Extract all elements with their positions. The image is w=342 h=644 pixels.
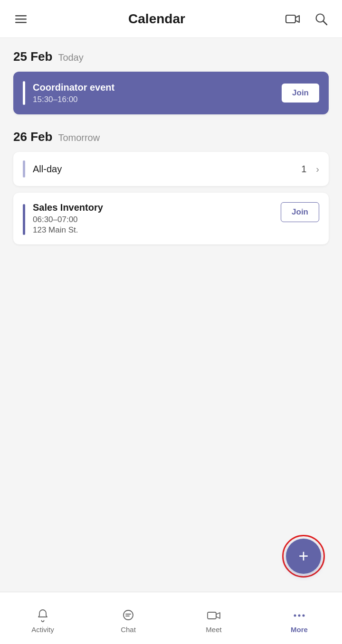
event-card-sales[interactable]: Sales Inventory 06:30–07:00 123 Main St.… — [13, 193, 329, 244]
nav-item-more[interactable]: More — [256, 603, 342, 634]
calendar-content: 25 Feb Today Coordinator event 15:30–16:… — [0, 38, 342, 592]
date-header-today: 25 Feb Today — [13, 49, 329, 64]
allday-count: 1 — [301, 164, 306, 175]
svg-rect-0 — [15, 15, 27, 17]
nav-label-chat: Chat — [121, 625, 136, 634]
header: Calendar — [0, 0, 342, 38]
svg-rect-1 — [15, 19, 27, 20]
event-card-allday[interactable]: All-day 1 › — [13, 152, 329, 186]
nav-label-more: More — [291, 625, 308, 634]
chat-icon — [121, 608, 135, 623]
plus-icon: + — [298, 548, 308, 565]
event-bar-allday — [23, 160, 25, 177]
event-time-sales: 06:30–07:00 — [33, 215, 273, 224]
svg-point-12 — [303, 615, 305, 617]
date-header-tomorrow: 26 Feb Tomorrow — [13, 130, 329, 144]
svg-rect-2 — [15, 22, 27, 23]
page-title: Calendar — [128, 11, 185, 27]
add-event-button[interactable]: + — [286, 539, 321, 574]
date-label-1: Today — [58, 52, 83, 63]
more-icon — [292, 608, 306, 623]
video-call-button[interactable] — [283, 9, 302, 28]
fab-ring: + — [282, 535, 325, 578]
event-bar-sales — [23, 204, 25, 235]
date-day-2: 26 Feb — [13, 130, 52, 144]
chevron-right-icon: › — [316, 164, 319, 175]
fab-container: + — [282, 535, 325, 578]
nav-item-activity[interactable]: Activity — [0, 603, 86, 634]
svg-line-5 — [323, 21, 327, 25]
nav-item-chat[interactable]: Chat — [86, 603, 171, 634]
hamburger-button[interactable] — [11, 9, 30, 28]
header-actions — [283, 9, 331, 28]
svg-point-6 — [124, 610, 133, 620]
event-time-coordinator: 15:30–16:00 — [33, 95, 274, 104]
allday-label: All-day — [33, 164, 294, 175]
event-location-sales: 123 Main St. — [33, 225, 273, 235]
search-button[interactable] — [312, 9, 331, 28]
join-button-coordinator[interactable]: Join — [282, 84, 319, 103]
event-info-sales: Sales Inventory 06:30–07:00 123 Main St. — [33, 202, 273, 235]
nav-label-meet: Meet — [206, 625, 221, 634]
svg-point-11 — [298, 615, 301, 617]
event-title-sales: Sales Inventory — [33, 202, 273, 213]
meet-icon — [207, 608, 221, 623]
event-card-coordinator[interactable]: Coordinator event 15:30–16:00 Join — [13, 72, 329, 114]
join-button-sales[interactable]: Join — [281, 202, 319, 222]
date-day-1: 25 Feb — [13, 49, 52, 64]
bottom-nav: Activity Chat Meet More — [0, 592, 342, 644]
event-bar-coordinator — [23, 81, 25, 105]
svg-rect-3 — [286, 15, 295, 23]
event-title-coordinator: Coordinator event — [33, 82, 274, 93]
bell-icon — [36, 608, 50, 623]
nav-item-meet[interactable]: Meet — [171, 603, 256, 634]
svg-point-10 — [294, 615, 296, 617]
nav-label-activity: Activity — [31, 625, 54, 634]
event-info-coordinator: Coordinator event 15:30–16:00 — [33, 82, 274, 104]
svg-rect-9 — [208, 612, 216, 619]
date-label-2: Tomorrow — [58, 132, 100, 143]
